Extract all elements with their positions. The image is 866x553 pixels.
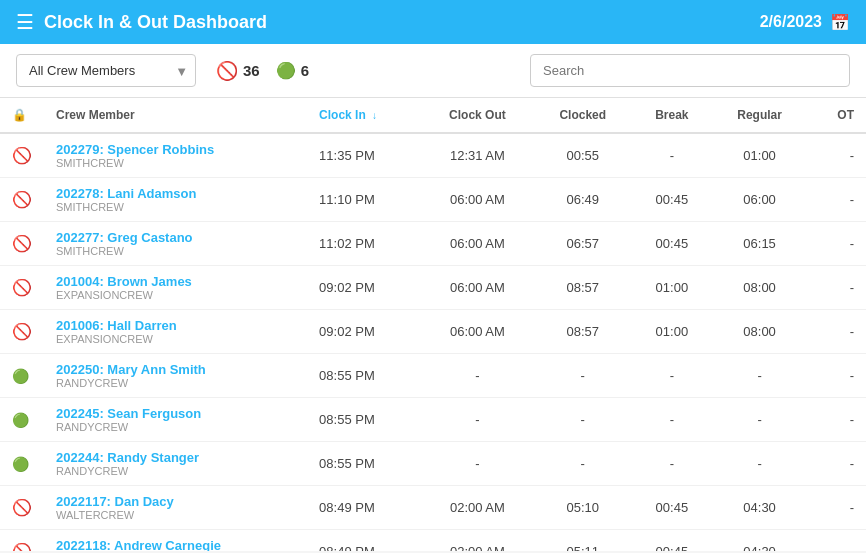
col-clockin[interactable]: Clock In ↓	[307, 98, 421, 133]
row-clocked: 06:57	[534, 222, 632, 266]
table-header-row: 🔒 Crew Member Clock In ↓ Clock Out Clock…	[0, 98, 866, 133]
row-clocked: -	[534, 442, 632, 486]
row-clockout: 06:00 AM	[421, 310, 533, 354]
status-red-icon: 🚫	[12, 499, 32, 516]
row-name-cell[interactable]: 202244: Randy Stanger RANDYCREW	[44, 442, 307, 486]
row-clockin: 08:55 PM	[307, 442, 421, 486]
crew-dropdown[interactable]: All Crew Members	[16, 54, 196, 87]
crew-name[interactable]: 2022118: Andrew Carnegie	[56, 538, 295, 551]
col-clockout[interactable]: Clock Out	[421, 98, 533, 133]
clock-on-icon: 🟢	[276, 61, 296, 80]
col-regular[interactable]: Regular	[712, 98, 808, 133]
green-badge: 🟢 6	[276, 61, 309, 80]
row-clocked: 05:11	[534, 530, 632, 552]
red-badge: 🚫 36	[216, 60, 260, 82]
table-body: 🚫 202279: Spencer Robbins SMITHCREW 11:3…	[0, 133, 866, 551]
crew-dropdown-wrapper[interactable]: All Crew Members ▼	[16, 54, 196, 87]
menu-icon[interactable]: ☰	[16, 10, 34, 34]
col-break[interactable]: Break	[632, 98, 712, 133]
row-status-cell: 🚫	[0, 486, 44, 530]
col-status: 🔒	[0, 98, 44, 133]
row-status-cell: 🚫	[0, 310, 44, 354]
row-name-cell[interactable]: 202278: Lani Adamson SMITHCREW	[44, 178, 307, 222]
col-clocked[interactable]: Clocked	[534, 98, 632, 133]
row-break: 01:00	[632, 310, 712, 354]
row-regular: 08:00	[712, 310, 808, 354]
row-status-cell: 🚫	[0, 222, 44, 266]
row-regular: 04:30	[712, 486, 808, 530]
row-clockout: 12:31 AM	[421, 133, 533, 178]
crew-sub: WALTERCREW	[56, 509, 295, 521]
row-regular: 04:30	[712, 530, 808, 552]
row-name-cell[interactable]: 2022117: Dan Dacy WALTERCREW	[44, 486, 307, 530]
status-red-icon: 🚫	[12, 191, 32, 208]
col-ot[interactable]: OT	[807, 98, 866, 133]
table-row[interactable]: 🟢 202250: Mary Ann Smith RANDYCREW 08:55…	[0, 354, 866, 398]
crew-name[interactable]: 201004: Brown James	[56, 274, 295, 289]
table-row[interactable]: 🟢 202244: Randy Stanger RANDYCREW 08:55 …	[0, 442, 866, 486]
row-regular: -	[712, 354, 808, 398]
crew-name[interactable]: 201006: Hall Darren	[56, 318, 295, 333]
table-row[interactable]: 🚫 2022118: Andrew Carnegie WALTERCREW 08…	[0, 530, 866, 552]
header-right: 2/6/2023 📅	[760, 13, 850, 32]
row-break: -	[632, 442, 712, 486]
row-name-cell[interactable]: 201004: Brown James EXPANSIONCREW	[44, 266, 307, 310]
row-status-cell: 🚫	[0, 266, 44, 310]
row-clockin: 08:49 PM	[307, 486, 421, 530]
row-name-cell[interactable]: 202250: Mary Ann Smith RANDYCREW	[44, 354, 307, 398]
row-regular: -	[712, 398, 808, 442]
crew-sub: EXPANSIONCREW	[56, 333, 295, 345]
table-row[interactable]: 🚫 2022117: Dan Dacy WALTERCREW 08:49 PM …	[0, 486, 866, 530]
crew-name[interactable]: 202250: Mary Ann Smith	[56, 362, 295, 377]
row-clocked: 05:10	[534, 486, 632, 530]
row-name-cell[interactable]: 202277: Greg Castano SMITHCREW	[44, 222, 307, 266]
row-clockout: 06:00 AM	[421, 266, 533, 310]
status-red-icon: 🚫	[12, 543, 32, 551]
search-input[interactable]	[530, 54, 850, 87]
row-break: 00:45	[632, 530, 712, 552]
green-count: 6	[301, 62, 309, 79]
sort-icon: ↓	[372, 110, 377, 121]
crew-name[interactable]: 202279: Spencer Robbins	[56, 142, 295, 157]
crew-name[interactable]: 202245: Sean Ferguson	[56, 406, 295, 421]
clock-off-icon: 🚫	[216, 60, 238, 82]
row-name-cell[interactable]: 2022118: Andrew Carnegie WALTERCREW	[44, 530, 307, 552]
crew-name[interactable]: 2022117: Dan Dacy	[56, 494, 295, 509]
row-name-cell[interactable]: 202245: Sean Ferguson RANDYCREW	[44, 398, 307, 442]
row-name-cell[interactable]: 201006: Hall Darren EXPANSIONCREW	[44, 310, 307, 354]
crew-sub: EXPANSIONCREW	[56, 289, 295, 301]
crew-name[interactable]: 202277: Greg Castano	[56, 230, 295, 245]
crew-name[interactable]: 202244: Randy Stanger	[56, 450, 295, 465]
crew-name[interactable]: 202278: Lani Adamson	[56, 186, 295, 201]
row-clockin: 09:02 PM	[307, 266, 421, 310]
table-row[interactable]: 🟢 202245: Sean Ferguson RANDYCREW 08:55 …	[0, 398, 866, 442]
row-clocked: 06:49	[534, 178, 632, 222]
col-crew-member[interactable]: Crew Member	[44, 98, 307, 133]
table-row[interactable]: 🚫 201004: Brown James EXPANSIONCREW 09:0…	[0, 266, 866, 310]
crew-sub: RANDYCREW	[56, 421, 295, 433]
status-green-icon: 🟢	[12, 368, 29, 384]
row-break: -	[632, 398, 712, 442]
row-regular: 01:00	[712, 133, 808, 178]
table-row[interactable]: 🚫 202279: Spencer Robbins SMITHCREW 11:3…	[0, 133, 866, 178]
crew-sub: RANDYCREW	[56, 377, 295, 389]
row-clocked: 00:55	[534, 133, 632, 178]
calendar-icon[interactable]: 📅	[830, 13, 850, 32]
table-row[interactable]: 🚫 202278: Lani Adamson SMITHCREW 11:10 P…	[0, 178, 866, 222]
row-regular: 06:00	[712, 178, 808, 222]
row-clockin: 11:35 PM	[307, 133, 421, 178]
row-clockout: 02:00 AM	[421, 530, 533, 552]
row-regular: 06:15	[712, 222, 808, 266]
red-count: 36	[243, 62, 260, 79]
row-ot: -	[807, 266, 866, 310]
table-row[interactable]: 🚫 202277: Greg Castano SMITHCREW 11:02 P…	[0, 222, 866, 266]
crew-sub: RANDYCREW	[56, 465, 295, 477]
row-regular: 08:00	[712, 266, 808, 310]
row-break: 01:00	[632, 266, 712, 310]
row-status-cell: 🟢	[0, 398, 44, 442]
row-clockout: -	[421, 398, 533, 442]
row-ot: -	[807, 530, 866, 552]
row-name-cell[interactable]: 202279: Spencer Robbins SMITHCREW	[44, 133, 307, 178]
row-clockin: 11:02 PM	[307, 222, 421, 266]
table-row[interactable]: 🚫 201006: Hall Darren EXPANSIONCREW 09:0…	[0, 310, 866, 354]
